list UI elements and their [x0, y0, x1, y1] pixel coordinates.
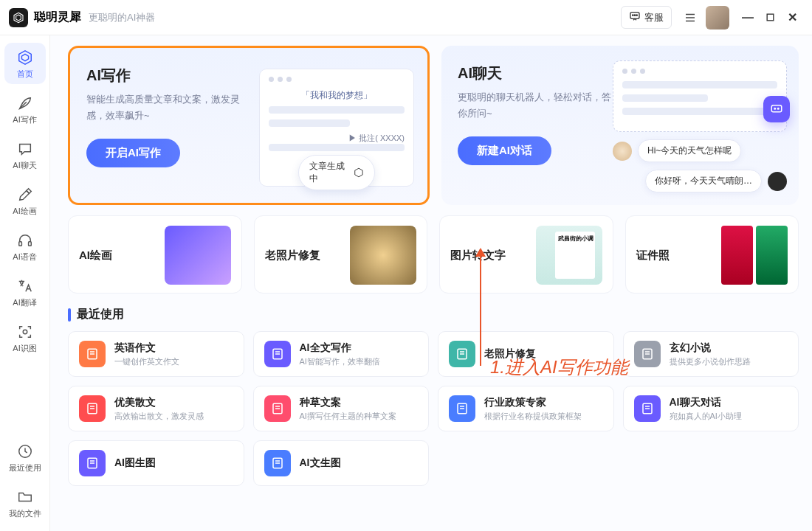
svg-point-3 [633, 15, 633, 15]
recent-item-title: 英语作文 [114, 341, 179, 355]
title-bar: 聪明灵犀 更聪明的AI神器 客服 — ✕ [0, 0, 812, 35]
clock-icon [16, 442, 34, 460]
window-minimize[interactable]: — [737, 7, 759, 29]
bot-avatar-icon [613, 142, 632, 161]
recent-item-icon [264, 341, 291, 367]
recent-item[interactable]: AI图生图 [68, 440, 244, 486]
recent-item-icon [449, 395, 475, 422]
sidebar-item-label: AI翻译 [13, 297, 36, 308]
sidebar-item-label: 最近使用 [9, 462, 41, 473]
sidebar-item-label: AI聊天 [13, 160, 36, 171]
recent-item-title: 玄幻小说 [670, 341, 751, 355]
mock-caption: 「我和我的梦想」 [269, 89, 405, 102]
feature-ocr[interactable]: 图片转文字 武昌街的小调 [439, 215, 613, 294]
recent-item-icon [634, 341, 661, 367]
feature-ai-paint[interactable]: AI绘画 [68, 215, 242, 294]
recent-item-icon [634, 395, 661, 422]
hero-write-desc: 智能生成高质量文章和文案，激发灵感，效率飙升~ [86, 91, 241, 124]
sidebar: 首页 AI写作 AI聊天 AI绘画 AI语音 AI翻译 AI识图 最近使用 我的… [0, 35, 50, 531]
sidebar-item-label: AI绘画 [13, 206, 36, 217]
svg-point-5 [636, 15, 637, 15]
hero-card-chat[interactable]: AI聊天 更聪明的聊天机器人，轻松对话，答你所问~ 新建AI对话 Hi~今天的天… [441, 46, 799, 205]
svg-point-4 [634, 15, 635, 15]
sidebar-item-files[interactable]: 我的文件 [4, 482, 46, 524]
chat-bubble-in: Hi~今天的天气怎样呢 [613, 139, 787, 162]
recent-item-title: 优美散文 [114, 396, 204, 409]
translate-icon [16, 277, 34, 295]
recent-item-title: AI图生图 [114, 457, 156, 470]
recent-item-sub: 一键创作英文作文 [114, 356, 179, 367]
sidebar-item-voice[interactable]: AI语音 [4, 226, 46, 267]
chat-bubble-icon [629, 10, 641, 24]
sidebar-item-write[interactable]: AI写作 [4, 88, 46, 130]
recent-item-icon [449, 341, 475, 367]
sidebar-item-recent[interactable]: 最近使用 [4, 437, 46, 478]
write-mock-window: 「我和我的梦想」 ▶ 批注( XXXX) 文章生成中 [259, 69, 414, 187]
headphone-icon [16, 232, 34, 249]
sidebar-item-label: AI写作 [13, 114, 36, 125]
svg-point-19 [778, 108, 780, 110]
svg-point-14 [23, 330, 27, 334]
new-ai-chat-button[interactable]: 新建AI对话 [458, 136, 551, 165]
svg-rect-12 [18, 242, 21, 246]
folder-icon [16, 488, 34, 506]
feature-id-photo[interactable]: 证件照 [625, 215, 799, 294]
sidebar-item-translate[interactable]: AI翻译 [4, 271, 46, 313]
recent-item-sub: AI撰写任何主题的种草文案 [300, 411, 396, 422]
user-avatar-icon [768, 172, 787, 191]
annotation-line [480, 254, 481, 366]
chat-bubble-out: 你好呀，今天天气晴朗… [613, 170, 787, 192]
main-content: AI写作 智能生成高质量文章和文案，激发灵感，效率飙升~ 开启AI写作 AI 「… [50, 35, 812, 531]
feature-photo-restore[interactable]: 老照片修复 [254, 215, 428, 294]
recent-item-icon [79, 341, 106, 367]
recent-item-sub: 提供更多小说创作思路 [670, 356, 751, 367]
recent-item[interactable]: AI聊天对话宛如真人的AI小助理 [623, 386, 799, 431]
user-avatar[interactable] [706, 6, 729, 30]
recent-item[interactable]: 行业政策专家根据行业名称提供政策框架 [438, 386, 614, 431]
svg-marker-10 [18, 51, 31, 64]
sidebar-item-home[interactable]: 首页 [4, 43, 46, 84]
support-button[interactable]: 客服 [621, 6, 672, 29]
start-ai-write-button[interactable]: 开启AI写作 [86, 139, 180, 167]
window-maximize[interactable] [759, 7, 781, 29]
recent-item-title: 行业政策专家 [484, 396, 582, 409]
recent-item[interactable]: 优美散文高效输出散文，激发灵感 [68, 386, 244, 431]
mock-note: ▶ 批注( XXXX) [269, 133, 405, 144]
svg-rect-9 [767, 14, 774, 21]
svg-marker-16 [355, 168, 362, 177]
recent-item-sub: 宛如真人的AI小助理 [670, 411, 742, 422]
recent-item-sub: 高效输出散文，激发灵感 [114, 411, 204, 422]
recent-item[interactable]: AI全文写作AI智能写作，效率翻倍 [253, 331, 430, 377]
feather-icon [16, 94, 34, 112]
sidebar-item-label: 我的文件 [9, 508, 41, 519]
recent-item[interactable]: 玄幻小说提供更多小说创作思路 [623, 331, 799, 377]
sidebar-item-ocr[interactable]: AI识图 [4, 317, 46, 358]
idphoto-thumb [721, 226, 788, 285]
brush-icon [16, 186, 34, 204]
recent-item-sub: AI智能写作，效率翻倍 [300, 356, 380, 367]
recent-item-title: AI聊天对话 [670, 396, 742, 409]
recent-item-sub: 根据行业名称提供政策框架 [484, 411, 582, 422]
menu-button[interactable] [679, 7, 701, 29]
svg-point-18 [774, 108, 776, 110]
recent-item[interactable]: 种草文案AI撰写任何主题的种草文案 [253, 386, 430, 431]
hero-card-write[interactable]: AI写作 智能生成高质量文章和文案，激发灵感，效率飙升~ 开启AI写作 AI 「… [68, 46, 430, 205]
annotation-text: 1.进入AI写作功能 [490, 355, 628, 379]
recent-section-title: 最近使用 [68, 307, 799, 322]
sidebar-item-chat[interactable]: AI聊天 [4, 134, 46, 176]
hexagon-icon [16, 49, 34, 66]
app-logo [9, 8, 28, 27]
generating-pill: 文章生成中 [298, 155, 375, 190]
sidebar-item-paint[interactable]: AI绘画 [4, 180, 46, 221]
chat-mock: Hi~今天的天气怎样呢 你好呀，今天天气晴朗… [613, 60, 787, 192]
paint-thumb [165, 226, 231, 285]
recent-item[interactable]: 英语作文一键创作英文作文 [68, 331, 244, 377]
sidebar-item-label: AI语音 [13, 251, 36, 263]
hero-chat-desc: 更聪明的聊天机器人，轻松对话，答你所问~ [458, 89, 613, 122]
window-close[interactable]: ✕ [781, 7, 803, 29]
svg-rect-17 [771, 105, 782, 112]
recent-item[interactable]: AI文生图 [253, 440, 430, 486]
svg-rect-13 [28, 242, 31, 246]
app-name: 聪明灵犀 [34, 10, 81, 25]
sidebar-item-label: 首页 [17, 69, 33, 80]
